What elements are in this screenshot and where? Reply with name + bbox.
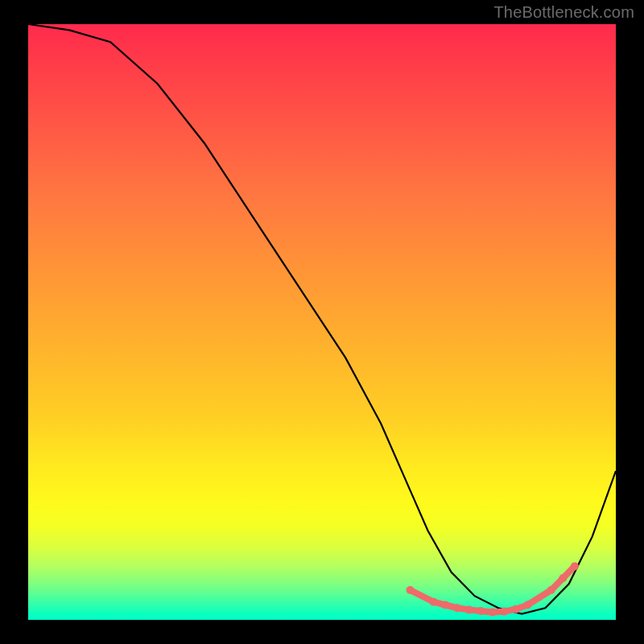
bottleneck-curve (28, 24, 616, 614)
curve-overlay (28, 24, 616, 620)
marker-dot (559, 574, 567, 582)
marker-dot (407, 586, 415, 594)
marker-dot (547, 586, 555, 594)
marker-dot (465, 605, 473, 613)
marker-dot (453, 604, 461, 612)
marker-dot (430, 598, 438, 606)
marker-dot (512, 605, 520, 613)
attribution-text: TheBottleneck.com (493, 3, 634, 22)
marker-dot (441, 601, 449, 609)
sweet-spot-markers (407, 562, 579, 616)
marker-dot (489, 608, 497, 616)
marker-dot (524, 601, 532, 609)
chart-stage: TheBottleneck.com (0, 0, 644, 644)
marker-dot (571, 562, 579, 570)
marker-dot (477, 607, 485, 615)
marker-dot (500, 608, 508, 616)
